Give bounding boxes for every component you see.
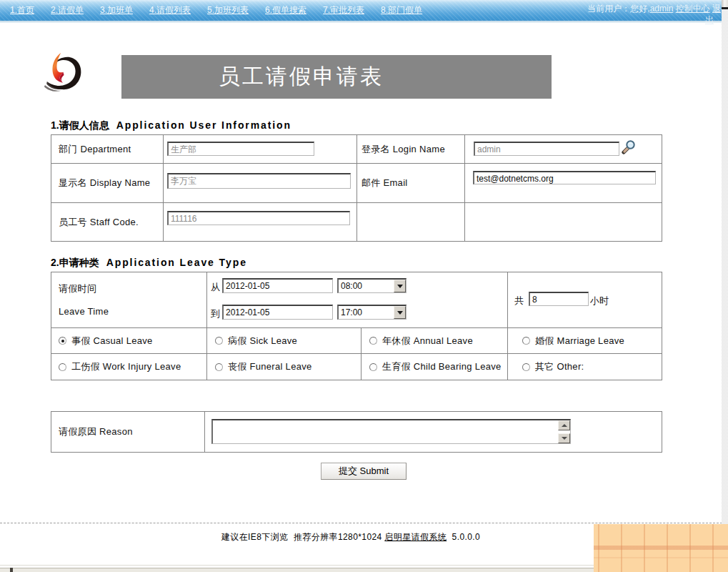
textarea-scrollbar[interactable]: [558, 420, 570, 443]
nav-leave-form[interactable]: 2.请假单: [51, 4, 84, 16]
radio-casual-leave[interactable]: [59, 337, 66, 345]
topbar-user-info: 当前用户：您好,admin 控制中心 退出: [587, 4, 721, 14]
department-input[interactable]: 生产部: [167, 142, 314, 156]
nav-approve-list[interactable]: 7.审批列表: [323, 4, 364, 16]
total-hours-input[interactable]: 8: [529, 292, 589, 306]
from-time-value: 08:00: [341, 280, 362, 292]
department-label: 部门 Department: [51, 135, 164, 164]
radio-work-injury-leave[interactable]: [59, 363, 66, 371]
radio-child-bearing-leave[interactable]: [369, 363, 377, 371]
dropdown-arrow-icon[interactable]: [394, 280, 406, 292]
from-date-input[interactable]: 2012-01-05: [222, 278, 333, 293]
footer-note: 建议在IE8下浏览 推荐分辨率1280*1024: [221, 532, 384, 542]
from-time-select[interactable]: 08:00: [337, 278, 407, 293]
radio-label: 事假 Casual Leave: [71, 335, 153, 347]
dropdown-arrow-icon[interactable]: [394, 306, 406, 319]
radio-label: 丧假 Funeral Leave: [228, 360, 312, 373]
control-center-link[interactable]: 控制中心: [676, 4, 710, 14]
submit-button[interactable]: 提交 Submit: [321, 463, 407, 480]
from-label: 从: [211, 281, 220, 294]
radio-annual-leave[interactable]: [369, 337, 377, 345]
display-name-input[interactable]: 李万宝: [167, 173, 351, 189]
empty-cell: [465, 203, 662, 242]
email-input[interactable]: test@dotnetcms.org: [473, 171, 656, 184]
email-label: 邮件 Email: [357, 164, 465, 203]
leave-type-cell: 年休假 Annual Leave: [361, 328, 508, 354]
footer-divider: [0, 523, 722, 523]
leave-time-label-cn: 请假时间: [59, 282, 206, 295]
leave-type-cell: 婚假 Marriage Leave: [508, 328, 662, 354]
total-label: 共: [514, 295, 524, 307]
to-date-input[interactable]: 2012-01-05: [222, 305, 333, 320]
staff-code-input[interactable]: 111116: [167, 211, 350, 225]
to-time-value: 17:00: [341, 307, 362, 318]
total-unit-label: 小时: [590, 295, 609, 307]
staff-code-label: 员工号 Staff Code.: [51, 203, 164, 242]
radio-label: 病假 Sick Leave: [228, 335, 297, 347]
footer-version: 5.0.0.0: [447, 532, 480, 542]
section1-heading-en: Application User Information: [116, 119, 291, 131]
radio-label: 婚假 Marriage Leave: [535, 335, 624, 347]
section2-heading: 2.申请种类Application Leave Type: [51, 257, 247, 270]
to-label: 到: [211, 307, 220, 320]
main-nav: 1.首页 2.请假单 3.加班单 4.请假列表 5.加班列表 6.假单搜索 7.…: [10, 0, 422, 20]
scroll-up-icon[interactable]: [558, 420, 570, 430]
current-user-text: 当前用户：您好,: [587, 4, 649, 14]
empty-cell: [357, 203, 465, 242]
reason-label: 请假原因 Reason: [51, 412, 205, 453]
scrollbar-thumb[interactable]: [722, 0, 728, 9]
radio-label: 其它 Other:: [535, 360, 584, 373]
radio-label: 生育假 Child Bearing Leave: [382, 360, 502, 373]
radio-marriage-leave[interactable]: [522, 337, 530, 345]
login-label: 登录名 Login Name: [357, 135, 465, 164]
login-name-input[interactable]: admin: [474, 142, 619, 156]
section1-heading: 1.请假人信息Application User Information: [51, 119, 291, 132]
topbar-understrip: [0, 21, 728, 23]
leave-type-cell: 丧假 Funeral Leave: [207, 354, 361, 380]
nav-overtime-list[interactable]: 5.加班列表: [207, 4, 249, 16]
orange-grid-block: [594, 524, 728, 572]
leave-type-cell: 生育假 Child Bearing Leave: [361, 354, 508, 380]
section2-heading-cn: 2.申请种类: [51, 257, 99, 268]
radio-sick-leave[interactable]: [215, 337, 223, 345]
nav-home[interactable]: 1.首页: [10, 4, 34, 16]
footer-system-link[interactable]: 启明星请假系统: [384, 532, 447, 542]
reason-textarea[interactable]: [211, 419, 571, 444]
leave-time-label-cell: 请假时间 Leave Time: [51, 272, 207, 328]
nav-leave-list[interactable]: 4.请假列表: [149, 4, 191, 16]
page-title: 员工请假申请表: [219, 55, 384, 99]
nav-dept-leaves[interactable]: 8.部门假单: [381, 4, 422, 16]
display-name-label: 显示名 Display Name: [51, 164, 164, 203]
bottom-tick: [10, 568, 13, 572]
leave-time-label-en: Leave Time: [59, 305, 206, 317]
radio-label: 年休假 Annual Leave: [382, 335, 473, 347]
user-name-link[interactable]: admin: [650, 4, 674, 14]
scroll-down-icon[interactable]: [558, 433, 570, 443]
vertical-scrollbar[interactable]: [722, 0, 728, 572]
leave-type-cell: 病假 Sick Leave: [207, 328, 361, 354]
radio-funeral-leave[interactable]: [215, 363, 223, 371]
search-icon[interactable]: [621, 139, 636, 154]
leave-type-cell: 事假 Casual Leave: [51, 328, 207, 354]
to-time-select[interactable]: 17:00: [337, 305, 407, 320]
nav-overtime-form[interactable]: 3.加班单: [100, 4, 133, 16]
nav-leave-search[interactable]: 6.假单搜索: [265, 4, 306, 16]
radio-label: 工伤假 Work Injury Leave: [71, 360, 181, 373]
section1-heading-cn: 1.请假人信息: [51, 119, 109, 131]
company-logo: [41, 47, 86, 102]
leave-type-cell: 工伤假 Work Injury Leave: [51, 354, 207, 380]
logout-link[interactable]: 退出: [712, 4, 721, 14]
section2-heading-en: Application Leave Type: [106, 257, 247, 268]
page-banner: 员工请假申请表: [121, 55, 552, 99]
radio-other-leave[interactable]: [522, 363, 530, 371]
leave-type-cell: 其它 Other:: [508, 354, 662, 380]
page: 1.首页 2.请假单 3.加班单 4.请假列表 5.加班列表 6.假单搜索 7.…: [0, 0, 728, 572]
